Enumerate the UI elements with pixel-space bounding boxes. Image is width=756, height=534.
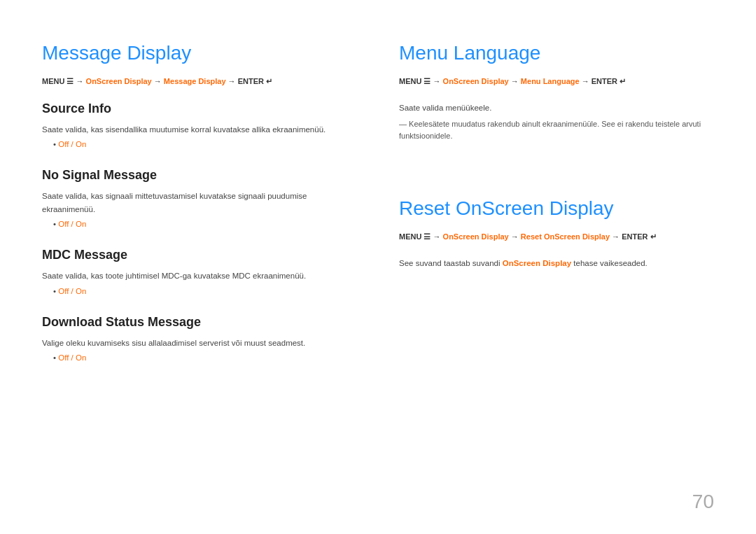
arrow2-reset: → bbox=[511, 232, 521, 241]
download-status-option: • Off / On bbox=[53, 353, 357, 362]
arrow1-reset: → bbox=[433, 232, 443, 241]
arrow1-right: → bbox=[433, 77, 443, 85]
no-signal-option: • Off / On bbox=[53, 220, 357, 228]
breadcrumb-part2-right: Menu Language bbox=[521, 77, 580, 85]
arrow3-right: → ENTER bbox=[582, 77, 620, 85]
enter-icon: ↵ bbox=[266, 77, 272, 85]
breadcrumb-part2-reset: Reset OnScreen Display bbox=[521, 232, 610, 241]
breadcrumb-part2: Message Display bbox=[164, 77, 226, 85]
download-status-description: Valige oleku kuvamiseks sisu allalaadimi… bbox=[42, 337, 357, 349]
breadcrumb-part1-right: OnScreen Display bbox=[443, 77, 509, 85]
enter-icon-right: ↵ bbox=[620, 77, 626, 85]
reset-onscreen-title: Reset OnScreen Display bbox=[399, 197, 714, 220]
right-column: Menu Language MENU ☰ → OnScreen Display … bbox=[399, 42, 714, 362]
reset-onscreen-description: See suvand taastab suvandi OnScreen Disp… bbox=[399, 257, 714, 269]
menu-language-breadcrumb: MENU ☰ → OnScreen Display → Menu Languag… bbox=[399, 77, 714, 86]
reset-highlight: OnScreen Display bbox=[503, 259, 571, 267]
menu-language-title: Menu Language bbox=[399, 42, 714, 64]
no-signal-description: Saate valida, kas signaali mittetuvastam… bbox=[42, 190, 357, 216]
arrow2-right: → bbox=[511, 77, 521, 85]
arrow2: → bbox=[154, 77, 164, 85]
mdc-description: Saate valida, kas toote juhtimisel MDC-g… bbox=[42, 269, 357, 282]
page-content: Message Display MENU ☰ → OnScreen Displa… bbox=[0, 0, 756, 390]
breadcrumb-part1: OnScreen Display bbox=[86, 77, 152, 85]
menu-icon: ☰ bbox=[66, 77, 74, 85]
menu-prefix: MENU bbox=[42, 77, 64, 85]
menu-prefix-right: MENU bbox=[399, 77, 421, 85]
arrow3-reset: → ENTER bbox=[612, 232, 650, 241]
menu-prefix-reset: MENU bbox=[399, 232, 421, 241]
message-display-breadcrumb: MENU ☰ → OnScreen Display → Message Disp… bbox=[42, 77, 357, 86]
reset-onscreen-section: Reset OnScreen Display MENU ☰ → OnScreen… bbox=[399, 197, 714, 269]
mdc-option: • Off / On bbox=[53, 287, 357, 295]
source-info-option: • Off / On bbox=[53, 140, 357, 148]
mdc-message-title: MDC Message bbox=[42, 248, 357, 262]
menu-icon-right: ☰ bbox=[424, 77, 430, 85]
menu-language-note: Keelesätete muudatus rakendub ainult ekr… bbox=[399, 118, 714, 141]
arrow3: → ENTER bbox=[228, 77, 266, 85]
reset-onscreen-breadcrumb: MENU ☰ → OnScreen Display → Reset OnScre… bbox=[399, 232, 714, 241]
no-signal-title: No Signal Message bbox=[42, 168, 357, 183]
page-number: 70 bbox=[692, 491, 714, 513]
menu-language-description: Saate valida menüükeele. bbox=[399, 101, 714, 114]
download-status-title: Download Status Message bbox=[42, 315, 357, 330]
message-display-title: Message Display bbox=[42, 42, 357, 64]
source-info-title: Source Info bbox=[42, 101, 357, 116]
source-info-description: Saate valida, kas sisendallika muutumise… bbox=[42, 123, 357, 136]
arrow1: → bbox=[76, 77, 86, 85]
menu-icon-reset: ☰ bbox=[424, 232, 430, 241]
enter-icon-reset: ↵ bbox=[650, 232, 657, 241]
left-column: Message Display MENU ☰ → OnScreen Displa… bbox=[42, 42, 357, 362]
breadcrumb-part1-reset: OnScreen Display bbox=[443, 232, 509, 241]
